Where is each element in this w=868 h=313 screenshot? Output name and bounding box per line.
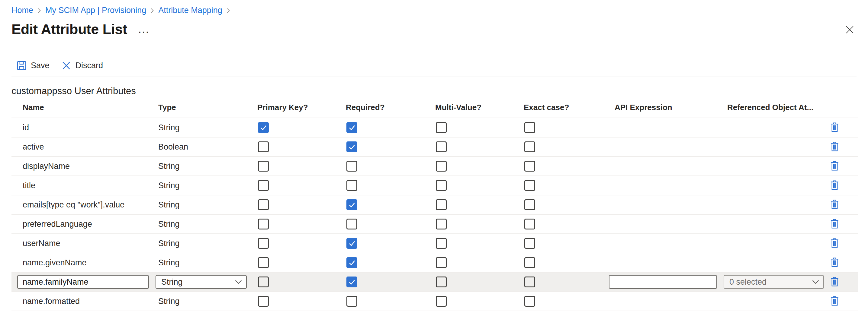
name-cell: name.formatted [11, 297, 155, 306]
exact-case-checkbox[interactable] [524, 199, 535, 210]
delete-row-button[interactable] [831, 277, 839, 287]
checkbox-cell [254, 277, 342, 287]
checkbox-cell [342, 180, 432, 191]
trash-cell [831, 142, 858, 152]
exact-case-checkbox[interactable] [524, 161, 535, 172]
context-menu-button[interactable]: ... [138, 26, 150, 35]
column-header: API Expression [609, 103, 724, 112]
breadcrumb-link[interactable]: Attribute Mapping [158, 6, 222, 15]
attribute-name: displayName [23, 162, 70, 171]
referenced-object-select-value: 0 selected [730, 277, 767, 287]
exact-case-checkbox[interactable] [524, 141, 535, 152]
required-checkbox[interactable] [346, 122, 357, 133]
attribute-type: String [158, 297, 180, 306]
exact-case-checkbox[interactable] [524, 219, 535, 230]
required-checkbox[interactable] [346, 219, 357, 230]
checkbox-cell [254, 199, 342, 210]
multi-value-checkbox[interactable] [436, 257, 447, 268]
name-cell: userName [11, 239, 155, 248]
required-checkbox[interactable] [346, 257, 357, 268]
exact-case-checkbox[interactable] [524, 180, 535, 191]
primary-key-checkbox[interactable] [258, 161, 269, 172]
required-checkbox[interactable] [346, 238, 357, 249]
checkbox-cell [342, 277, 432, 287]
multi-value-checkbox[interactable] [436, 219, 447, 230]
multi-value-checkbox[interactable] [436, 141, 447, 152]
api-expression-input[interactable] [609, 275, 717, 289]
required-checkbox[interactable] [346, 180, 357, 191]
primary-key-checkbox[interactable] [258, 296, 269, 307]
section-heading: customappsso User Attributes [11, 85, 868, 97]
multi-value-checkbox[interactable] [436, 161, 447, 172]
checkbox-cell [520, 180, 609, 191]
multi-value-checkbox[interactable] [436, 180, 447, 191]
referenced-object-select[interactable]: 0 selected [724, 275, 824, 289]
type-select[interactable]: String [156, 275, 247, 289]
checkbox-cell [432, 277, 520, 287]
required-checkbox[interactable] [346, 161, 357, 172]
delete-row-button[interactable] [831, 180, 839, 191]
attribute-name: name.formatted [23, 297, 80, 306]
checkbox-cell [342, 219, 432, 230]
primary-key-checkbox[interactable] [258, 257, 269, 268]
delete-row-button[interactable] [831, 200, 839, 210]
exact-case-checkbox[interactable] [524, 257, 535, 268]
primary-key-checkbox[interactable] [258, 180, 269, 191]
attribute-name: active [23, 142, 44, 151]
exact-case-checkbox[interactable] [524, 238, 535, 249]
table-row: emails[type eq "work"].valueString [11, 196, 858, 215]
multi-value-checkbox[interactable] [436, 238, 447, 249]
attribute-name: userName [23, 239, 60, 248]
multi-value-checkbox[interactable] [436, 199, 447, 210]
close-button[interactable] [845, 25, 854, 35]
primary-key-checkbox[interactable] [258, 141, 269, 152]
delete-row-button[interactable] [831, 219, 839, 230]
primary-key-checkbox[interactable] [258, 238, 269, 249]
checkbox-cell [432, 257, 520, 268]
name-cell: id [11, 123, 155, 132]
page-title: Edit Attribute List [11, 20, 127, 38]
table-row: name.formattedString [11, 292, 858, 311]
exact-case-checkbox[interactable] [524, 277, 535, 287]
checkbox-cell [254, 238, 342, 249]
checkbox-cell [520, 219, 609, 230]
breadcrumb-link[interactable]: My SCIM App | Provisioning [45, 6, 146, 15]
checkbox-cell [520, 161, 609, 172]
required-checkbox[interactable] [346, 277, 357, 287]
checkbox-cell [254, 219, 342, 230]
trash-icon [831, 219, 839, 230]
multi-value-checkbox[interactable] [436, 122, 447, 133]
exact-case-checkbox[interactable] [524, 296, 535, 307]
primary-key-checkbox[interactable] [258, 199, 269, 210]
primary-key-checkbox[interactable] [258, 122, 269, 133]
delete-row-button[interactable] [831, 123, 839, 133]
delete-row-button[interactable] [831, 161, 839, 172]
breadcrumb-link[interactable]: Home [11, 6, 33, 15]
primary-key-checkbox[interactable] [258, 219, 269, 230]
table-row: displayNameString [11, 157, 858, 176]
save-button[interactable]: Save [17, 61, 50, 70]
required-checkbox[interactable] [346, 141, 357, 152]
attribute-name-input[interactable] [17, 275, 149, 289]
table-row: name.givenNameString [11, 253, 858, 273]
trash-cell [831, 277, 858, 287]
name-cell: name.givenName [11, 258, 155, 268]
name-cell [11, 275, 155, 289]
table-header: NameTypePrimary Key?Required?Multi-Value… [11, 97, 858, 118]
delete-row-button[interactable] [831, 142, 839, 152]
delete-row-button[interactable] [831, 238, 839, 249]
table-row: titleString [11, 176, 858, 196]
primary-key-checkbox[interactable] [258, 277, 269, 287]
discard-button[interactable]: Discard [62, 61, 103, 70]
delete-row-button[interactable] [831, 257, 839, 268]
attributes-table: NameTypePrimary Key?Required?Multi-Value… [11, 97, 858, 311]
required-checkbox[interactable] [346, 296, 357, 307]
checkbox-cell [520, 141, 609, 152]
delete-row-button[interactable] [831, 296, 839, 307]
checkbox-cell [254, 296, 342, 307]
exact-case-checkbox[interactable] [524, 122, 535, 133]
checkbox-cell [254, 122, 342, 133]
multi-value-checkbox[interactable] [436, 296, 447, 307]
required-checkbox[interactable] [346, 199, 357, 210]
multi-value-checkbox[interactable] [436, 277, 447, 287]
